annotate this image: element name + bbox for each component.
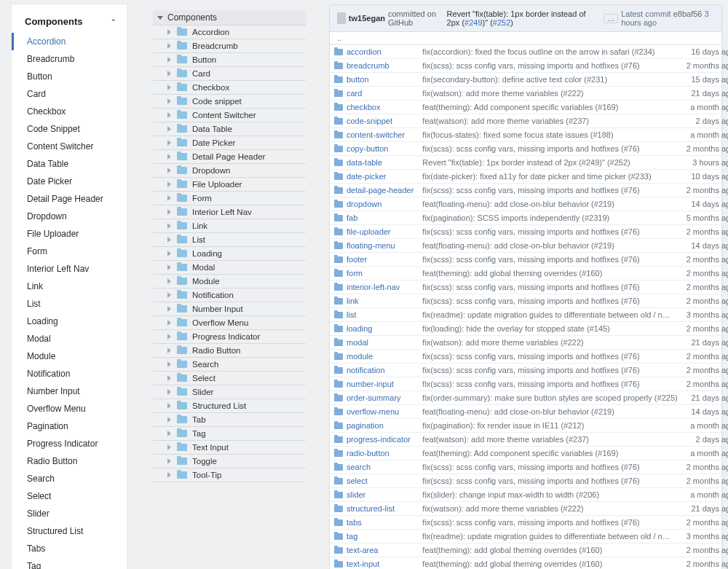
commit-msg-cell[interactable]: fix(scss): scss config vars, missing imp… xyxy=(418,377,681,391)
folder-link[interactable]: dropdown xyxy=(347,200,381,208)
left-nav-item[interactable]: Select xyxy=(12,487,127,505)
folder-link[interactable]: notification xyxy=(347,366,385,374)
commit-sha[interactable]: e8baf56 xyxy=(673,9,703,18)
commit-msg-cell[interactable]: feat(theming): add global theming overri… xyxy=(418,557,681,570)
tree-item[interactable]: Date Picker xyxy=(153,136,306,150)
commit-msg-cell[interactable]: fix(readme): update migration guides to … xyxy=(418,308,681,322)
commit-msg-cell[interactable]: fix(watson): add more theme variables (#… xyxy=(418,502,681,516)
folder-link[interactable]: file-uploader xyxy=(347,227,391,236)
folder-link[interactable]: accordion xyxy=(347,47,381,56)
left-nav-item[interactable]: Module xyxy=(12,348,127,365)
tree-item[interactable]: Link xyxy=(153,219,306,233)
avatar[interactable] xyxy=(337,12,346,24)
commit-msg-cell[interactable]: fix(pagination): fix render issue in IE1… xyxy=(418,419,681,433)
commit-msg-cell[interactable]: fix(scss): scss config vars, missing imp… xyxy=(418,253,681,267)
folder-link[interactable]: loading xyxy=(347,324,372,333)
commit-msg-cell[interactable]: fix(scss): scss config vars, missing imp… xyxy=(418,474,681,488)
left-nav-item[interactable]: Checkbox xyxy=(12,103,127,120)
left-nav-item[interactable]: Accordion xyxy=(12,33,127,50)
ellipsis-icon[interactable]: … xyxy=(604,14,618,23)
up-directory[interactable]: .. xyxy=(330,32,721,44)
left-nav-item[interactable]: Button xyxy=(12,68,127,85)
commit-msg-cell[interactable]: feat(floating-menu): add close-on-blur b… xyxy=(418,239,681,253)
left-nav-item[interactable]: Dropdown xyxy=(12,208,127,225)
pr-link-1[interactable]: #249 xyxy=(464,18,482,27)
folder-link[interactable]: content-switcher xyxy=(347,130,405,139)
tree-item[interactable]: Radio Button xyxy=(153,344,306,358)
left-nav-item[interactable]: List xyxy=(12,295,127,313)
commit-msg-cell[interactable]: feat(watson): add more theme variables (… xyxy=(418,114,681,128)
left-nav-item[interactable]: Tabs xyxy=(12,540,127,557)
left-nav-header[interactable]: Components ⌃ xyxy=(12,16,127,33)
left-nav-item[interactable]: Detail Page Header xyxy=(12,190,127,208)
tree-item[interactable]: Number Input xyxy=(153,302,306,316)
folder-link[interactable]: progress-indicator xyxy=(347,435,411,444)
commit-msg-cell[interactable]: fix(slider): change input max-width to w… xyxy=(418,488,681,502)
commit-msg-cell[interactable]: fix(scss): scss config vars, missing imp… xyxy=(418,364,681,377)
left-nav-item[interactable]: Code Snippet xyxy=(12,120,127,138)
left-nav-item[interactable]: Date Picker xyxy=(12,173,127,190)
commit-msg-cell[interactable]: Revert "fix(table): 1px border instead o… xyxy=(418,156,681,170)
commit-msg-cell[interactable]: fix(readme): update migration guides to … xyxy=(418,530,681,544)
tree-item[interactable]: Tool-Tip xyxy=(153,468,306,482)
commit-msg-cell[interactable]: fix(watson): add more theme variables (#… xyxy=(418,336,681,350)
folder-link[interactable]: number-input xyxy=(347,380,394,388)
folder-link[interactable]: footer xyxy=(347,255,367,264)
tree-item[interactable]: Search xyxy=(153,358,306,372)
left-nav-item[interactable]: Loading xyxy=(12,313,127,330)
folder-link[interactable]: button xyxy=(347,75,369,84)
commit-msg-cell[interactable]: fix(scss): scss config vars, missing imp… xyxy=(418,294,681,308)
commit-msg-cell[interactable]: feat(theming): add global theming overri… xyxy=(418,267,681,280)
left-nav-item[interactable]: Radio Button xyxy=(12,452,127,470)
tree-item[interactable]: Tab xyxy=(153,413,306,427)
tree-item[interactable]: Checkbox xyxy=(153,81,306,95)
folder-link[interactable]: select xyxy=(347,476,368,485)
commit-msg-cell[interactable]: fix(date-picker): fixed a11y for date pi… xyxy=(418,170,681,184)
folder-link[interactable]: checkbox xyxy=(347,103,380,111)
tree-item[interactable]: List xyxy=(153,233,306,247)
folder-link[interactable]: structured-list xyxy=(347,504,395,513)
folder-link[interactable]: overflow-menu xyxy=(347,407,399,416)
tree-item[interactable]: Progress Indicator xyxy=(153,330,306,344)
folder-link[interactable]: radio-button xyxy=(347,449,389,458)
commit-msg-cell[interactable]: fix(scss): scss config vars, missing imp… xyxy=(418,516,681,530)
tree-item[interactable]: Tag xyxy=(153,427,306,441)
tree-item[interactable]: Breadcrumb xyxy=(153,39,306,53)
commit-msg-cell[interactable]: fix(order-summary): make sure button sty… xyxy=(418,391,681,405)
commit-msg-cell[interactable]: fix(scss): scss config vars, missing imp… xyxy=(418,350,681,364)
tree-item[interactable]: Select xyxy=(153,372,306,385)
commit-msg-cell[interactable]: fix(pagination): SCSS imports independen… xyxy=(418,211,681,225)
folder-link[interactable]: slider xyxy=(347,490,365,499)
tree-item[interactable]: Slider xyxy=(153,385,306,399)
commit-msg-cell[interactable]: fix(secondary-button): define active tex… xyxy=(418,73,681,87)
tree-item[interactable]: Module xyxy=(153,275,306,289)
folder-link[interactable]: link xyxy=(347,297,359,305)
tree-item[interactable]: Notification xyxy=(153,289,306,302)
folder-link[interactable]: fab xyxy=(347,213,357,222)
tree-item[interactable]: Toggle xyxy=(153,455,306,468)
folder-link[interactable]: copy-button xyxy=(347,144,388,153)
left-nav-item[interactable]: Content Switcher xyxy=(12,138,127,155)
left-nav-item[interactable]: Overflow Menu xyxy=(12,400,127,417)
folder-link[interactable]: form xyxy=(347,269,363,278)
tree-item[interactable]: File Uploader xyxy=(153,178,306,192)
folder-link[interactable]: tag xyxy=(347,532,357,541)
commit-msg-cell[interactable]: fix(scss): scss config vars, missing imp… xyxy=(418,59,681,73)
folder-link[interactable]: search xyxy=(347,463,371,471)
commit-msg-cell[interactable]: fix(scss): scss config vars, missing imp… xyxy=(418,460,681,474)
folder-link[interactable]: list xyxy=(347,310,356,319)
left-nav-item[interactable]: Link xyxy=(12,278,127,295)
folder-link[interactable]: interior-left-nav xyxy=(347,283,400,291)
left-nav-item[interactable]: File Uploader xyxy=(12,225,127,243)
commit-msg-cell[interactable]: feat(floating-menu): add close-on-blur b… xyxy=(418,405,681,419)
commit-msg-cell[interactable]: fix(scss): scss config vars, missing imp… xyxy=(418,225,681,239)
tree-item[interactable]: Form xyxy=(153,192,306,205)
commit-msg-cell[interactable]: fix(scss): scss config vars, missing imp… xyxy=(418,280,681,294)
commit-msg-cell[interactable]: feat(floating-menu): add close-on-blur b… xyxy=(418,197,681,211)
left-nav-item[interactable]: Progress Indicator xyxy=(12,435,127,452)
left-nav-item[interactable]: Data Table xyxy=(12,155,127,173)
folder-link[interactable]: detail-page-header xyxy=(347,186,414,195)
folder-link[interactable]: text-input xyxy=(347,560,379,568)
left-nav-item[interactable]: Search xyxy=(12,470,127,487)
folder-link[interactable]: date-picker xyxy=(347,172,386,181)
